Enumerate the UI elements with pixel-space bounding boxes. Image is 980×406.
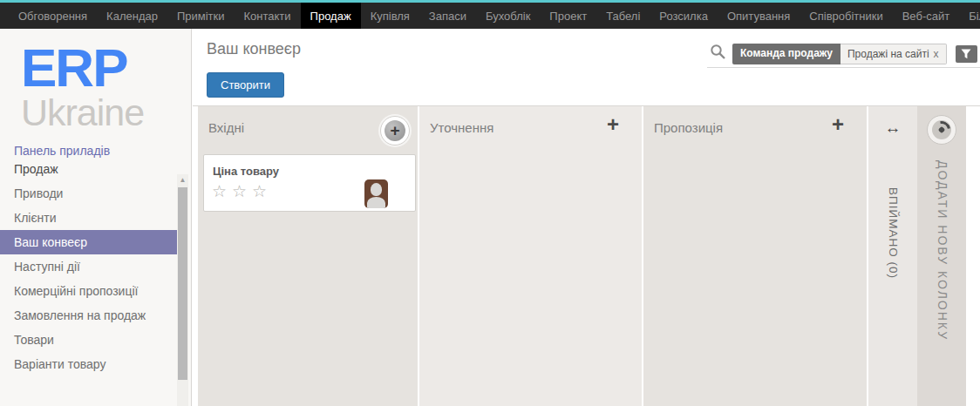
facet-value: Продажі на сайті x <box>840 44 947 64</box>
sidebar-item-products[interactable]: Товари <box>0 328 191 352</box>
add-record-plus-icon[interactable]: + <box>607 114 619 135</box>
column-title: Пропозиція <box>654 120 723 135</box>
nav-item-employees[interactable]: Співробітники <box>800 3 892 29</box>
main-content: Ваш конвеєр Створити Команда продажу Про… <box>193 29 980 406</box>
nav-item-calendar[interactable]: Календар <box>97 3 167 29</box>
card-title: Ціна товару <box>213 165 279 178</box>
sidebar: ERP Ukraine Панель приладів Продаж Приво… <box>0 29 192 406</box>
avatar-head-shape <box>371 183 382 196</box>
search-bar[interactable]: Команда продажу Продажі на сайті x Мої н… <box>707 40 980 68</box>
main-header: Ваш конвеєр Створити Команда продажу Про… <box>193 29 980 106</box>
filter-funnel-icon[interactable] <box>956 45 977 63</box>
nav-item-accounting[interactable]: Бухоблік <box>476 3 540 29</box>
sidebar-section-links: Панель приладів Продаж <box>14 144 191 176</box>
nav-item-more[interactable]: Більше ▾ <box>959 3 980 29</box>
add-record-plus-icon[interactable]: + <box>832 114 844 135</box>
resize-horizontal-icon[interactable]: ↔ <box>868 118 917 138</box>
nav-item-notes[interactable]: Примітки <box>167 3 235 29</box>
create-button[interactable]: Створити <box>207 72 284 98</box>
logo-ukraine-text: Ukraine <box>21 94 191 132</box>
folded-column-label[interactable]: ВПІЙМАНО (0) <box>887 187 900 279</box>
nav-item-mailing[interactable]: Розсилка <box>650 3 718 29</box>
nav-item-discuss[interactable]: Обговорення <box>9 3 97 29</box>
kanban-board: Вхідні + Ціна товару ☆☆☆ Уточнення + <box>193 106 980 406</box>
nav-item-website[interactable]: Веб-сайт <box>893 3 959 29</box>
add-column-circled-icon[interactable] <box>927 115 956 145</box>
kanban-card-price[interactable]: Ціна товару ☆☆☆ <box>203 154 416 212</box>
facet-value-text: Продажі на сайті <box>847 48 929 60</box>
erp-app-window: Обговорення Календар Примітки Контакти П… <box>0 0 980 406</box>
sidebar-item-next-actions[interactable]: Наступні дії <box>0 254 191 279</box>
sidebar-scrollbar-thumb[interactable] <box>178 187 187 380</box>
add-column-icon-inner <box>932 120 951 139</box>
sidebar-item-customers[interactable]: Клієнти <box>0 206 191 230</box>
column-title: Вхідні <box>208 120 244 135</box>
nav-item-contacts[interactable]: Контакти <box>235 3 301 29</box>
add-record-circled-plus-icon[interactable]: + <box>380 116 410 145</box>
priority-stars[interactable]: ☆☆☆ <box>212 181 272 201</box>
brand-logo[interactable]: ERP Ukraine <box>0 29 191 132</box>
facet-remove-button[interactable]: x <box>934 48 939 60</box>
nav-item-surveys[interactable]: Опитування <box>718 3 800 29</box>
nav-item-sales-active[interactable]: Продаж <box>301 3 361 29</box>
kanban-column-folded-won[interactable]: ↔ ВПІЙМАНО (0) <box>868 106 917 406</box>
sidebar-item-your-pipeline[interactable]: Ваш конвеєр <box>0 230 180 254</box>
sidebar-item-quotations[interactable]: Комерційні пропозиції <box>0 279 191 303</box>
plus-icon: + <box>385 120 405 141</box>
avatar-body-shape <box>367 197 385 208</box>
assignee-avatar[interactable] <box>364 179 388 208</box>
search-icon <box>710 44 726 64</box>
top-menu-bar: Обговорення Календар Примітки Контакти П… <box>0 3 980 29</box>
kanban-add-new-column[interactable]: ДОДАТИ НОВУ КОЛОНКУ <box>917 106 966 406</box>
sidebar-item-product-variants[interactable]: Варіанти товару <box>0 352 191 376</box>
kanban-column-incoming: Вхідні + Ціна товару ☆☆☆ <box>198 106 418 406</box>
page-title: Ваш конвеєр <box>207 40 301 58</box>
kanban-column-proposition: Пропозиція + <box>643 106 867 406</box>
nav-item-timesheets[interactable]: Табелі <box>596 3 650 29</box>
sidebar-scrollbar[interactable]: ▲ <box>177 174 188 406</box>
nav-item-inventory[interactable]: Запаси <box>419 3 476 29</box>
nav-item-purchases[interactable]: Купівля <box>361 3 419 29</box>
scrollbar-up-arrow-icon[interactable]: ▲ <box>177 174 188 186</box>
nav-more-label: Більше <box>969 10 980 23</box>
column-title: Уточнення <box>430 120 493 135</box>
sidebar-item-sales-orders[interactable]: Замовлення на продаж <box>0 303 191 328</box>
add-new-column-label[interactable]: ДОДАТИ НОВУ КОЛОНКУ <box>936 160 949 341</box>
sidebar-menu: Приводи Клієнти Ваш конвеєр Наступні дії… <box>0 181 191 376</box>
sidebar-link-dashboard[interactable]: Панель приладів <box>14 144 191 158</box>
kanban-column-qualification: Уточнення + <box>419 106 642 406</box>
search-facet-sales-team[interactable]: Команда продажу Продажі на сайті x <box>732 44 947 64</box>
sidebar-link-sales[interactable]: Продаж <box>14 162 191 176</box>
sidebar-item-leads[interactable]: Приводи <box>0 181 191 206</box>
logo-erp-text: ERP <box>21 43 191 94</box>
facet-category-label: Команда продажу <box>732 44 840 64</box>
nav-item-project[interactable]: Проект <box>540 3 596 29</box>
